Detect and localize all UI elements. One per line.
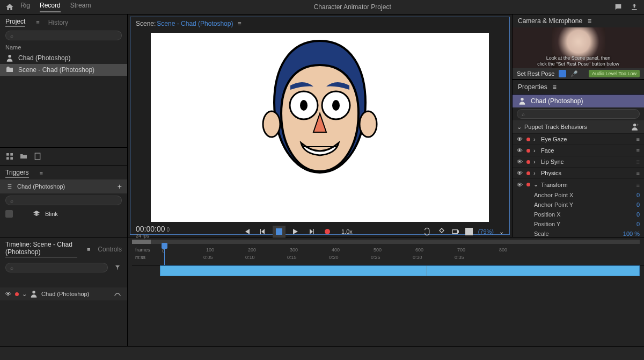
webcam-toggle-icon[interactable]: [559, 70, 566, 77]
scene-name[interactable]: Scene - Chad (Photoshop): [157, 20, 233, 27]
timeline-search-input[interactable]: [5, 263, 108, 272]
behavior-lip-sync[interactable]: Lip Sync: [541, 159, 633, 165]
camera-preview[interactable]: Look at the Scene panel, then click the …: [513, 27, 644, 68]
share-icon[interactable]: [630, 3, 639, 11]
zoom-level[interactable]: (79%): [478, 228, 494, 235]
triggers-menu-icon[interactable]: ≡: [40, 170, 43, 177]
chevron-down-icon[interactable]: ⌄: [22, 291, 26, 298]
mode-stream[interactable]: Stream: [70, 2, 91, 12]
drag-handle-icon[interactable]: ≡: [636, 170, 640, 176]
drag-handle-icon[interactable]: ≡: [636, 136, 640, 142]
arm-record-icon[interactable]: [526, 160, 530, 164]
puppet-icon: [5, 54, 14, 62]
eye-icon[interactable]: 👁: [517, 170, 523, 176]
prop-scale-label: Scale: [534, 231, 623, 237]
tab-history[interactable]: History: [48, 19, 68, 26]
set-rest-pose-button[interactable]: Set Rest Pose: [517, 70, 554, 77]
drag-handle-icon[interactable]: ≡: [636, 147, 640, 154]
behavior-transform[interactable]: Transform: [541, 182, 633, 188]
new-doc-icon[interactable]: [33, 152, 42, 161]
arm-record-icon[interactable]: [15, 292, 19, 296]
filter-icon[interactable]: [113, 263, 122, 272]
timeline-menu-icon[interactable]: ≡: [87, 246, 90, 253]
zoom-chevron-icon[interactable]: ⌄: [499, 228, 504, 235]
project-item-scene[interactable]: Scene - Chad (Photoshop): [0, 64, 127, 76]
add-trigger-button[interactable]: +: [118, 182, 122, 191]
drag-handle-icon[interactable]: ≡: [636, 182, 640, 188]
snapshot-icon[interactable]: [437, 227, 446, 236]
tab-triggers[interactable]: Triggers: [5, 169, 29, 178]
arm-record-icon[interactable]: [526, 183, 530, 186]
behavior-eye-gaze[interactable]: Eye Gaze: [541, 136, 633, 142]
timecode[interactable]: 00:00:00: [136, 225, 165, 233]
prop-anchor-y-value[interactable]: 0: [636, 201, 640, 208]
prop-scale-value[interactable]: 100 %: [623, 231, 640, 237]
timeline-ruler[interactable]: frames m:ss 0 1000:052000:103000:154000:…: [132, 246, 644, 265]
goto-start-button[interactable]: [240, 226, 253, 237]
blend-icon[interactable]: [113, 290, 122, 298]
microphone-toggle-icon[interactable]: 🎤: [570, 70, 578, 77]
eye-icon[interactable]: 👁: [517, 136, 523, 142]
properties-search-input[interactable]: [517, 109, 640, 119]
scrubber-thumb[interactable]: [132, 240, 151, 244]
bg-color-swatch[interactable]: [465, 228, 473, 235]
tab-timeline[interactable]: Timeline: Scene - Chad (Photoshop): [5, 241, 77, 257]
chevron-right-icon[interactable]: ›: [533, 159, 538, 165]
prop-position-y-value[interactable]: 0: [636, 221, 640, 227]
eye-icon[interactable]: 👁: [517, 159, 523, 165]
camera-icon[interactable]: [451, 227, 460, 236]
project-item-puppet[interactable]: Chad (Photoshop): [0, 52, 127, 64]
loop-icon[interactable]: [423, 227, 432, 236]
tab-controls[interactable]: Controls: [98, 246, 122, 253]
timeline-area[interactable]: frames m:ss 0 1000:052000:103000:154000:…: [128, 237, 644, 346]
behavior-face[interactable]: Face: [541, 147, 633, 154]
playhead[interactable]: [164, 246, 165, 265]
mode-rig[interactable]: Rig: [20, 2, 30, 12]
camera-menu-icon[interactable]: ≡: [588, 17, 591, 25]
triggers-search-input[interactable]: [5, 196, 122, 205]
chevron-right-icon[interactable]: ›: [533, 147, 538, 154]
prev-frame-button[interactable]: [257, 226, 269, 237]
behavior-physics[interactable]: Physics: [541, 170, 633, 176]
svg-point-14: [325, 229, 330, 234]
playback-speed[interactable]: 1.0x: [341, 228, 353, 235]
arm-record-icon[interactable]: [526, 171, 530, 175]
chat-icon[interactable]: [614, 3, 623, 11]
home-icon[interactable]: [5, 3, 14, 11]
scene-canvas[interactable]: [151, 33, 489, 222]
arm-record-icon[interactable]: [526, 138, 530, 141]
record-button[interactable]: [321, 226, 334, 237]
timeline-clip[interactable]: [160, 265, 640, 276]
add-behavior-icon[interactable]: +: [631, 123, 640, 131]
chevron-right-icon[interactable]: ›: [533, 170, 538, 176]
chevron-down-icon[interactable]: ⌄: [517, 124, 521, 131]
eye-icon[interactable]: 👁: [5, 291, 12, 297]
play-button[interactable]: [289, 226, 302, 237]
timeline-track-name[interactable]: Chad (Photoshop): [41, 291, 89, 297]
arm-record-icon[interactable]: [526, 149, 530, 153]
mode-record[interactable]: Record: [40, 2, 61, 12]
work-area-end[interactable]: [427, 265, 427, 276]
stop-button[interactable]: [273, 226, 286, 237]
chevron-down-icon[interactable]: ⌄: [533, 181, 538, 188]
trigger-blink[interactable]: Blink: [45, 211, 58, 217]
folder-icon[interactable]: [19, 152, 28, 161]
scene-menu-icon[interactable]: ≡: [237, 20, 241, 27]
chevron-right-icon[interactable]: ›: [533, 136, 538, 142]
prop-position-x-value[interactable]: 0: [636, 211, 640, 218]
tick-frame: 700: [457, 247, 465, 253]
project-menu-icon[interactable]: ≡: [36, 19, 39, 26]
grid-icon[interactable]: [5, 152, 14, 161]
properties-menu-icon[interactable]: ≡: [553, 83, 557, 91]
timeline-scrubber[interactable]: [132, 240, 640, 244]
drag-handle-icon[interactable]: ≡: [636, 159, 640, 165]
eye-icon[interactable]: 👁: [517, 147, 523, 154]
prop-anchor-x-value[interactable]: 0: [636, 192, 640, 198]
eye-icon[interactable]: 👁: [517, 182, 523, 188]
trigger-key-icon[interactable]: [5, 210, 13, 218]
swap-icon[interactable]: [5, 182, 14, 191]
character-face: [250, 33, 390, 189]
tab-project[interactable]: Project: [5, 18, 25, 27]
project-search-input[interactable]: [5, 31, 122, 40]
next-frame-button[interactable]: [305, 226, 318, 237]
